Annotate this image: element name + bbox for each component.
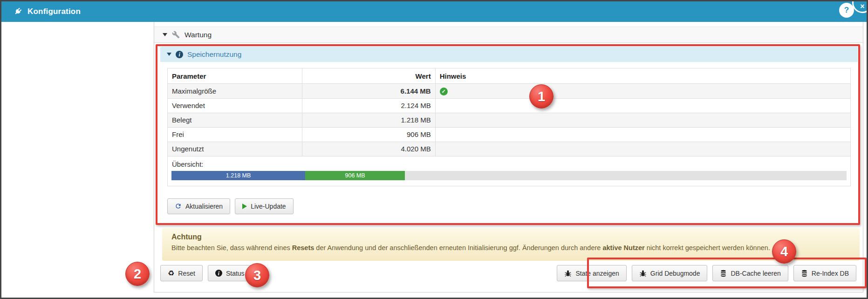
hinweis-cell: [435, 113, 850, 127]
panel-actions: Aktualisieren Live-Update: [167, 198, 851, 214]
wartung-section-header[interactable]: Wartung: [154, 27, 863, 43]
button-label: Reset: [178, 270, 195, 277]
hinweis-cell: [435, 98, 850, 113]
close-icon: [854, 2, 868, 11]
wert-cell: 2.124 MB: [302, 98, 435, 113]
column-header-hinweis: Hinweis: [435, 68, 850, 84]
param-cell: Ungenutzt: [168, 142, 302, 156]
grid-debugmode-button[interactable]: Grid Debugmode: [632, 265, 708, 281]
annotation-badge-2: 2: [125, 262, 150, 286]
button-label: Status: [226, 270, 245, 277]
warning-box: Achtung Bitte beachten Sie, dass während…: [162, 228, 860, 261]
window-title: Konfiguration: [27, 7, 81, 16]
overview-cell: Übersicht: 1.218 MB 906 MB: [168, 156, 851, 186]
hinweis-cell: [435, 127, 850, 142]
plug-icon: [13, 7, 22, 17]
button-label: Re-Index DB: [812, 270, 849, 277]
speichernutzung-panel: Speichernutzung Parameter Wert Hinweis: [160, 47, 858, 221]
footer-right-buttons: State anzeigen Grid Debugmode DB-Cache l…: [557, 265, 856, 281]
warning-text: Bitte beachten Sie, dass während eines R…: [171, 244, 850, 251]
bug-icon: [564, 270, 572, 277]
status-button[interactable]: Status: [208, 265, 252, 281]
wert-cell: 1.218 MB: [302, 113, 435, 127]
info-icon: [215, 270, 222, 277]
speichernutzung-body: Parameter Wert Hinweis Maximalgröße 6.14…: [160, 62, 858, 221]
column-header-wert: Wert: [302, 68, 435, 84]
refresh-icon: [175, 203, 182, 210]
bar-segment-frei: 906 MB: [305, 171, 405, 180]
database-icon: [720, 270, 727, 277]
content-panel: Wartung Speichernutzung Parameter Wert H…: [154, 22, 863, 292]
window-titlebar: Konfiguration: [1, 1, 867, 22]
wartung-section-title: Wartung: [185, 31, 212, 39]
button-label: Aktualisieren: [185, 203, 223, 210]
wrench-icon: [172, 31, 180, 39]
table-row: Ungenutzt 4.020 MB: [168, 142, 851, 156]
db-cache-leeren-button[interactable]: DB-Cache leeren: [712, 265, 788, 281]
param-cell: Belegt: [168, 113, 302, 127]
live-update-button[interactable]: Live-Update: [235, 198, 294, 214]
reset-button[interactable]: ♻ Reset: [160, 265, 203, 281]
close-button[interactable]: [852, 0, 868, 13]
param-cell: Maximalgröße: [168, 84, 302, 99]
param-cell: Verwendet: [168, 98, 302, 113]
collapse-caret-icon[interactable]: [163, 33, 167, 36]
footer-left-buttons: ♻ Reset Status: [160, 265, 252, 281]
column-header-parameter: Parameter: [168, 68, 302, 84]
bug-icon: [639, 270, 647, 277]
overview-label: Übersicht:: [172, 160, 847, 168]
recycle-icon: ♻: [168, 270, 174, 277]
check-icon: [440, 88, 448, 95]
wert-cell: 906 MB: [302, 127, 435, 142]
wert-cell: 4.020 MB: [302, 142, 435, 156]
param-cell: Frei: [168, 127, 302, 142]
hinweis-cell: [435, 84, 850, 99]
table-row: Maximalgröße 6.144 MB: [168, 84, 851, 99]
state-anzeigen-button[interactable]: State anzeigen: [557, 265, 626, 281]
re-index-db-button[interactable]: Re-Index DB: [793, 265, 856, 281]
memory-table: Parameter Wert Hinweis Maximalgröße 6.14…: [167, 68, 851, 186]
memory-usage-bar: 1.218 MB 906 MB: [171, 171, 847, 180]
button-label: Grid Debugmode: [650, 270, 700, 277]
configuration-window: Konfiguration Wartung Speichernutzung: [0, 0, 868, 299]
button-label: Live-Update: [251, 203, 286, 210]
warning-title: Achtung: [171, 233, 850, 241]
table-row: Frei 906 MB: [168, 127, 851, 142]
help-button[interactable]: [839, 3, 854, 18]
speichernutzung-title: Speichernutzung: [187, 50, 241, 59]
wert-cell: 6.144 MB: [302, 84, 435, 99]
info-icon: [176, 51, 183, 58]
button-label: State anzeigen: [575, 270, 619, 277]
play-icon: [242, 204, 247, 209]
bar-segment-belegt: 1.218 MB: [171, 171, 305, 180]
footer-toolbar: ♻ Reset Status State anzeigen: [160, 265, 856, 281]
overview-row: Übersicht: 1.218 MB 906 MB: [168, 156, 851, 186]
collapse-caret-icon[interactable]: [167, 53, 171, 56]
bar-segment-label: 906 MB: [345, 172, 365, 179]
table-row: Verwendet 2.124 MB: [168, 98, 851, 113]
hinweis-cell: [435, 142, 850, 156]
aktualisieren-button[interactable]: Aktualisieren: [167, 198, 230, 214]
speichernutzung-header[interactable]: Speichernutzung: [160, 47, 858, 62]
bar-segment-label: 1.218 MB: [226, 172, 251, 179]
database-icon: [801, 270, 808, 277]
table-row: Belegt 1.218 MB: [168, 113, 851, 127]
button-label: DB-Cache leeren: [731, 270, 780, 277]
table-header-row: Parameter Wert Hinweis: [168, 68, 851, 84]
